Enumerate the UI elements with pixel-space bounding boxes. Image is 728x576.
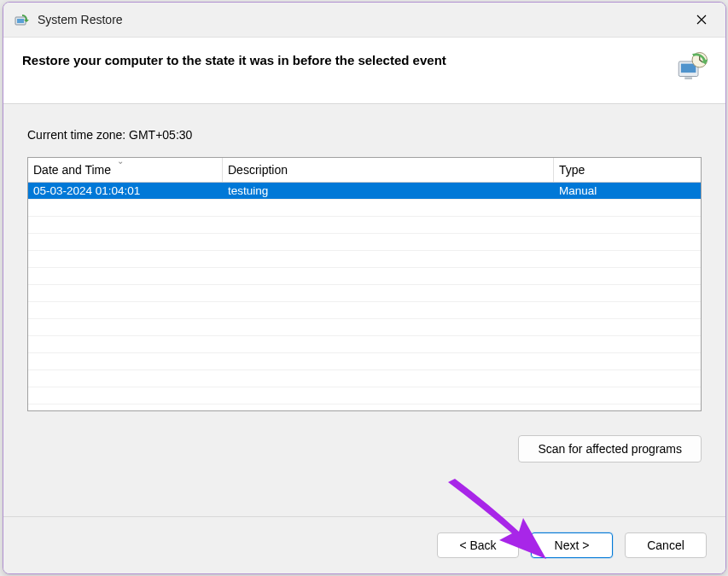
table-row (28, 217, 701, 234)
column-header-type[interactable]: Type (554, 158, 701, 182)
cancel-button[interactable]: Cancel (625, 532, 707, 558)
table-body: 05-03-2024 01:04:01testuingManual (28, 183, 701, 410)
column-label: Description (228, 163, 288, 177)
table-row (28, 285, 701, 302)
cell-type: Manual (554, 184, 701, 197)
column-label: Date and Time (33, 163, 111, 177)
svg-rect-1 (17, 19, 24, 23)
content-area: Current time zone: GMT+05:30 Date and Ti… (3, 104, 725, 516)
back-button[interactable]: < Back (437, 532, 519, 558)
table-row (28, 404, 701, 411)
header-band: Restore your computer to the state it wa… (3, 38, 725, 104)
scan-row: Scan for affected programs (27, 435, 702, 463)
table-row (28, 200, 701, 217)
table-row (28, 353, 701, 370)
titlebar: System Restore (3, 3, 725, 38)
cell-date: 05-03-2024 01:04:01 (28, 184, 223, 197)
restore-icon (674, 49, 710, 85)
table-row (28, 319, 701, 336)
wizard-footer: < Back Next > Cancel (3, 516, 725, 573)
table-row (28, 302, 701, 319)
system-restore-window: System Restore Restore your computer to … (3, 2, 726, 574)
close-icon (696, 13, 707, 27)
table-row (28, 336, 701, 353)
table-row (28, 268, 701, 285)
cell-description: testuing (223, 184, 554, 197)
column-header-description[interactable]: Description (223, 158, 554, 182)
sort-indicator-icon: ⌄ (117, 157, 124, 166)
column-header-date[interactable]: Date and Time ⌄ (28, 158, 223, 182)
table-row[interactable]: 05-03-2024 01:04:01testuingManual (28, 183, 701, 200)
table-row (28, 370, 701, 387)
table-header: Date and Time ⌄ Description Type (28, 158, 701, 183)
table-row (28, 387, 701, 404)
timezone-label: Current time zone: GMT+05:30 (27, 128, 702, 142)
window-title: System Restore (38, 13, 684, 26)
next-button[interactable]: Next > (531, 532, 613, 558)
app-icon (14, 11, 31, 28)
table-row (28, 234, 701, 251)
scan-affected-button[interactable]: Scan for affected programs (518, 435, 702, 463)
column-label: Type (559, 163, 585, 177)
table-row (28, 251, 701, 268)
svg-rect-4 (684, 77, 692, 79)
restore-points-table: Date and Time ⌄ Description Type 05-03-2… (27, 157, 702, 411)
close-button[interactable] (684, 6, 719, 33)
page-heading: Restore your computer to the state it wa… (22, 53, 603, 67)
